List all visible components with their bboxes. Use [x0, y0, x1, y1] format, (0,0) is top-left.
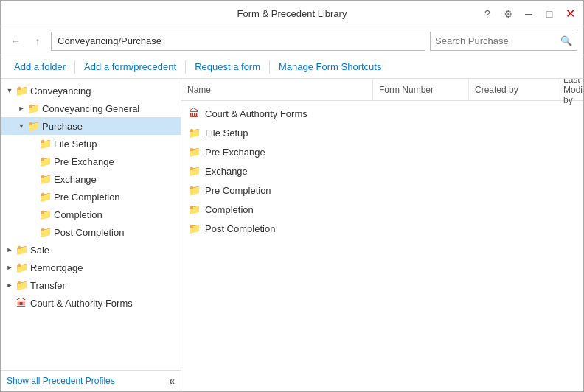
list-item-label-court: Court & Authority Forms: [205, 108, 307, 119]
expand-icon-remortgage: ►: [4, 262, 15, 273]
folder-icon-conveyancing-general: 📁: [27, 102, 39, 114]
expand-icon-transfer: ►: [4, 279, 15, 291]
sidebar-item-label-transfer: Transfer: [30, 280, 66, 291]
sidebar-item-label-completion: Completion: [54, 209, 102, 220]
sidebar-item-purchase[interactable]: ▼ 📁 Purchase: [1, 117, 181, 135]
sidebar-item-label-file-setup: File Setup: [54, 139, 97, 150]
request-form-button[interactable]: Request a form: [187, 55, 268, 78]
sidebar-item-conveyancing-general[interactable]: ► 📁 Conveyancing General: [1, 99, 181, 117]
up-button[interactable]: ↑: [29, 32, 46, 50]
folder-icon-list-exchange: 📁: [187, 164, 201, 178]
search-input[interactable]: [431, 32, 556, 49]
list-item-pre-completion[interactable]: 📁 Pre Completion: [181, 181, 583, 200]
expand-icon-file-setup: [27, 138, 39, 150]
sidebar-item-label-conveyancing: Conveyancing: [30, 85, 91, 97]
minimize-button[interactable]: ─: [521, 7, 536, 21]
close-button[interactable]: ✕: [563, 7, 577, 21]
sidebar-item-label-remortgage: Remortgage: [30, 262, 83, 273]
sidebar-item-label-pre-completion: Pre Completion: [54, 192, 120, 203]
left-panel: ▼ 📁 Conveyancing ► 📁 Conveyancing Genera…: [1, 79, 181, 391]
column-header-name[interactable]: Name: [181, 79, 373, 100]
sidebar-item-post-completion[interactable]: 📁 Post Completion: [1, 223, 181, 241]
sidebar-item-remortgage[interactable]: ► 📁 Remortgage: [1, 259, 181, 276]
search-box: 🔍: [430, 32, 577, 51]
expand-icon-purchase: ▼: [15, 120, 27, 132]
address-input[interactable]: [51, 32, 425, 51]
folder-icon-remortgage: 📁: [15, 262, 27, 273]
sidebar-item-label-post-completion: Post Completion: [54, 227, 124, 238]
sidebar-item-exchange[interactable]: 📁 Exchange: [1, 170, 181, 188]
list-item-exchange[interactable]: 📁 Exchange: [181, 161, 583, 181]
list-item-court[interactable]: 🏛 Court & Authority Forms: [181, 104, 583, 123]
tree-bottom: Show all Precedent Profiles «: [1, 370, 181, 391]
list-item-label-exchange: Exchange: [205, 166, 248, 177]
maximize-button[interactable]: □: [542, 7, 557, 21]
folder-icon-transfer: 📁: [15, 279, 27, 291]
folder-icon-list-pre-completion: 📁: [187, 183, 201, 197]
add-folder-button[interactable]: Add a folder: [7, 55, 73, 78]
main-window: Form & Precedent Library ? ⚙ ─ □ ✕ ← ↑ 🔍…: [0, 0, 584, 392]
show-profiles-link[interactable]: Show all Precedent Profiles: [7, 376, 115, 386]
sidebar-item-pre-completion[interactable]: 📁 Pre Completion: [1, 188, 181, 206]
expand-icon-conveyancing: ▼: [4, 85, 15, 97]
window-title: Form & Precedent Library: [197, 8, 387, 19]
column-header-form-number[interactable]: Form Number: [373, 79, 469, 100]
toolbar-separator-2: [185, 60, 186, 74]
sidebar-item-pre-exchange[interactable]: 📁 Pre Exchange: [1, 153, 181, 170]
sidebar-item-label-purchase: Purchase: [42, 121, 83, 132]
sidebar-item-label-exchange: Exchange: [54, 174, 97, 185]
list-item-label-completion: Completion: [205, 204, 254, 215]
sidebar-item-completion[interactable]: 📁 Completion: [1, 206, 181, 223]
toolbar-separator-1: [74, 60, 75, 74]
help-button[interactable]: ?: [480, 7, 495, 21]
collapse-button[interactable]: «: [169, 375, 175, 387]
sidebar-item-sale[interactable]: ► 📁 Sale: [1, 241, 181, 259]
sidebar-item-court-authority[interactable]: 🏛 Court & Authority Forms: [1, 294, 181, 312]
search-icon: 🔍: [556, 35, 577, 46]
sidebar-item-transfer[interactable]: ► 📁 Transfer: [1, 276, 181, 294]
folder-icon-file-setup: 📁: [39, 138, 51, 150]
list-area: 🏛 Court & Authority Forms 📁 File Setup 📁…: [181, 101, 583, 391]
sidebar-item-conveyancing[interactable]: ▼ 📁 Conveyancing: [1, 82, 181, 99]
column-header-created-by[interactable]: Created by: [469, 79, 557, 100]
folder-icon-pre-exchange: 📁: [39, 155, 51, 167]
folder-icon-completion: 📁: [39, 209, 51, 220]
expand-icon-completion: [27, 209, 39, 220]
expand-icon-sale: ►: [4, 244, 15, 256]
folder-icon-list-pre-exchange: 📁: [187, 145, 201, 158]
bank-icon: 🏛: [187, 107, 201, 120]
right-panel: Name Form Number Created by Last Modifie…: [181, 79, 583, 391]
settings-button[interactable]: ⚙: [501, 7, 515, 21]
column-header-last-modified[interactable]: Last Modified by: [557, 79, 583, 100]
folder-icon-sale: 📁: [15, 244, 27, 256]
list-item-label-pre-exchange: Pre Exchange: [205, 147, 265, 158]
title-bar: Form & Precedent Library ? ⚙ ─ □ ✕: [1, 1, 583, 27]
address-bar: ← ↑ 🔍: [1, 27, 583, 55]
folder-icon-pre-completion: 📁: [39, 191, 51, 203]
list-header: Name Form Number Created by Last Modifie…: [181, 79, 583, 101]
bank-icon-court: 🏛: [15, 297, 27, 309]
expand-icon-court: [4, 297, 15, 309]
sidebar-item-file-setup[interactable]: 📁 File Setup: [1, 135, 181, 153]
folder-icon-list-file-setup: 📁: [187, 126, 201, 139]
expand-icon-exchange: [27, 173, 39, 185]
manage-shortcuts-button[interactable]: Manage Form Shortcuts: [271, 55, 389, 78]
main-content: ▼ 📁 Conveyancing ► 📁 Conveyancing Genera…: [1, 79, 583, 391]
expand-icon-pre-exchange: [27, 155, 39, 167]
list-item-label-pre-completion: Pre Completion: [205, 185, 271, 196]
back-button[interactable]: ←: [7, 32, 24, 50]
expand-icon-conveyancing-general: ►: [15, 102, 27, 114]
expand-icon-pre-completion: [27, 191, 39, 203]
list-item-post-completion[interactable]: 📁 Post Completion: [181, 219, 583, 238]
list-item-label-file-setup: File Setup: [205, 127, 248, 139]
sidebar-item-label-sale: Sale: [30, 245, 49, 256]
toolbar-separator-3: [269, 60, 270, 74]
list-item-completion[interactable]: 📁 Completion: [181, 200, 583, 219]
folder-icon-exchange: 📁: [39, 173, 51, 185]
add-form-button[interactable]: Add a form/precedent: [77, 55, 184, 78]
sidebar-item-label-court: Court & Authority Forms: [30, 298, 133, 309]
list-item-file-setup[interactable]: 📁 File Setup: [181, 123, 583, 142]
toolbar: Add a folder Add a form/precedent Reques…: [1, 55, 583, 79]
folder-icon-conveyancing: 📁: [15, 85, 27, 97]
list-item-pre-exchange[interactable]: 📁 Pre Exchange: [181, 142, 583, 161]
